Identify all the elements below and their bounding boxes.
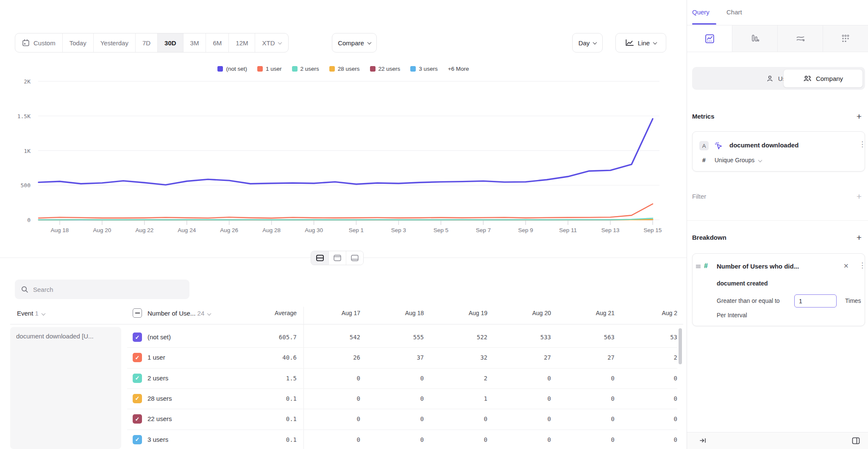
bar-chart-icon — [750, 33, 760, 44]
tab-chart[interactable]: Chart — [726, 8, 742, 16]
series-line--not-set-[interactable] — [39, 119, 653, 185]
range-option-xtd[interactable]: XTD — [255, 33, 288, 52]
cell-value: 0 — [432, 436, 487, 443]
layout-toggle-table-only-view[interactable] — [346, 251, 363, 265]
series-checkbox-3-users[interactable]: ✓ — [133, 435, 142, 444]
cell-value: 0 — [559, 416, 615, 422]
chevron-down-icon — [758, 158, 762, 162]
cell-value: 0 — [432, 416, 487, 422]
times-value-input[interactable] — [794, 294, 837, 308]
series-checkbox-1-user[interactable]: ✓ — [133, 353, 142, 362]
add-breakdown-button[interactable]: + — [854, 232, 865, 243]
average-value: 0.1 — [242, 436, 297, 443]
stream-chart-icon — [795, 33, 806, 44]
tab-query[interactable]: Query — [692, 8, 709, 16]
collapse-panel-icon[interactable] — [699, 437, 707, 444]
metric-card[interactable]: A document downloaded ⋮ # Unique Groups — [692, 131, 865, 172]
range-option-30d[interactable]: 30D — [157, 33, 183, 52]
chart-type-tile-stream-chart[interactable] — [777, 25, 823, 52]
chart-type-tile-breakdown-grid[interactable] — [823, 25, 868, 52]
drag-handle-icon[interactable] — [696, 264, 701, 269]
cell-value: 0 — [305, 395, 360, 402]
sidebar-footer — [687, 432, 868, 449]
layout-toggle-chart-only-view[interactable] — [328, 251, 346, 265]
series-checkbox-2-users[interactable]: ✓ — [133, 374, 142, 383]
cell-value: 0 — [622, 375, 677, 382]
range-option-label: 7D — [142, 39, 150, 47]
select-all-checkbox[interactable] — [133, 308, 142, 318]
cell-value: 1 — [432, 395, 487, 402]
scope-option-company[interactable]: Company — [783, 69, 863, 88]
cell-value: 2 — [432, 375, 487, 382]
series-label: 22 users — [147, 415, 172, 422]
event-column-header[interactable]: Event 1 — [17, 310, 45, 317]
column-header-aug-2[interactable]: Aug 2 — [622, 310, 677, 316]
average-value: 605.7 — [242, 334, 297, 341]
chart-type-button[interactable]: Line — [615, 33, 666, 53]
column-header-average[interactable]: Average — [242, 310, 297, 316]
chevron-down-icon — [42, 311, 46, 316]
cell-value: 2 — [622, 354, 677, 361]
add-filter-button[interactable]: + — [854, 191, 865, 202]
range-option-7d[interactable]: 7D — [135, 33, 157, 52]
chart-type-tile-bar-chart[interactable] — [732, 25, 777, 52]
series-label: 1 user — [147, 354, 165, 361]
divider — [687, 220, 868, 221]
cell-value: 555 — [369, 334, 424, 341]
series-line-2-users[interactable] — [39, 218, 653, 220]
add-metric-button[interactable]: + — [854, 111, 865, 122]
vertical-scrollbar[interactable] — [679, 328, 682, 364]
breakdown-kebab-menu-icon[interactable]: ⋮ — [859, 262, 866, 269]
active-tab-indicator — [692, 23, 716, 25]
chart-type-tile-line-chart[interactable] — [687, 25, 732, 52]
cell-value: 37 — [369, 354, 424, 361]
chevron-down-icon — [207, 311, 211, 316]
column-header-aug-21[interactable]: Aug 21 — [559, 310, 615, 316]
cell-value: 0 — [622, 436, 677, 443]
column-header-aug-18[interactable]: Aug 18 — [369, 310, 424, 316]
series-label: 3 users — [147, 436, 168, 443]
breakdown-condition-label[interactable]: Greater than or equal to — [717, 297, 780, 304]
metric-kebab-menu-icon[interactable]: ⋮ — [859, 141, 866, 148]
series-checkbox-28-users[interactable]: ✓ — [133, 394, 142, 403]
column-header-aug-17[interactable]: Aug 17 — [305, 310, 360, 316]
cell-value: 563 — [559, 334, 615, 341]
close-icon[interactable]: ✕ — [843, 262, 849, 270]
average-value: 0.1 — [242, 395, 297, 402]
search-input[interactable] — [33, 286, 184, 293]
interval-button[interactable]: Day — [572, 33, 603, 53]
range-option-custom[interactable]: Custom — [15, 33, 62, 52]
compare-button[interactable]: Compare — [332, 33, 377, 53]
cell-value: 0 — [622, 395, 677, 402]
range-option-3m[interactable]: 3M — [183, 33, 206, 52]
column-header-aug-20[interactable]: Aug 20 — [496, 310, 551, 316]
series-line-1-user[interactable] — [39, 204, 653, 218]
series-checkbox--not-set-[interactable]: ✓ — [133, 333, 142, 342]
metrics-section-title: Metrics — [692, 113, 715, 120]
event-row-document-downloaded[interactable]: document downloaded [U... — [10, 327, 121, 449]
cell-value: 26 — [305, 354, 360, 361]
panel-layout-icon[interactable] — [852, 437, 860, 444]
average-value: 0.1 — [242, 416, 297, 422]
line-chart-icon — [625, 39, 634, 47]
range-option-12m[interactable]: 12M — [228, 33, 255, 52]
y-axis-tick-label: 2K — [24, 78, 31, 85]
column-header-aug-19[interactable]: Aug 19 — [432, 310, 487, 316]
divider — [303, 307, 304, 449]
series-column-header[interactable]: Number of Use... 24 — [147, 310, 211, 317]
line-chart[interactable]: 05001K1.5K2KAug 18Aug 20Aug 22Aug 24Aug … — [0, 64, 687, 241]
range-option-6m[interactable]: 6M — [206, 33, 228, 52]
range-option-yesterday[interactable]: Yesterday — [93, 33, 135, 52]
split-view-icon — [316, 254, 324, 262]
measure-label: Unique Groups — [715, 157, 754, 164]
series-checkbox-22-users[interactable]: ✓ — [133, 414, 142, 424]
layout-toggle-split-view[interactable] — [311, 251, 328, 265]
breakdown-card[interactable]: # Number of Users who did... ✕ ⋮ documen… — [692, 253, 865, 326]
per-interval-label[interactable]: Per Interval — [717, 312, 747, 319]
y-axis-tick-label: 0 — [27, 217, 31, 223]
x-axis-tick-label: Sep 9 — [518, 227, 533, 233]
range-option-today[interactable]: Today — [62, 33, 93, 52]
measure-dropdown[interactable]: Unique Groups — [715, 157, 762, 164]
x-axis-tick-label: Sep 3 — [391, 227, 406, 233]
metric-event-name[interactable]: document downloaded — [729, 141, 798, 149]
